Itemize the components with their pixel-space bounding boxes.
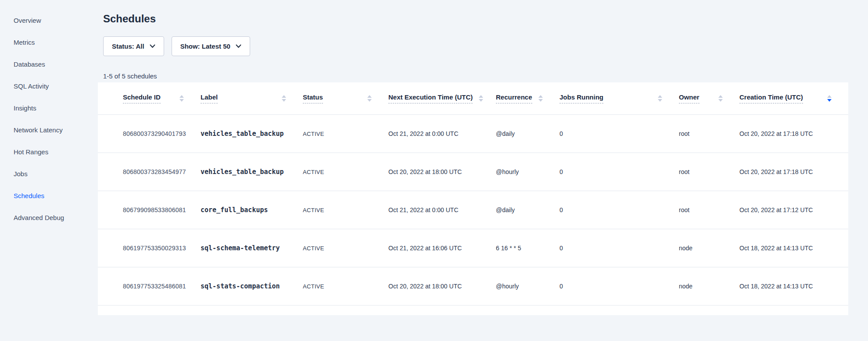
table-row[interactable]: 806799098533806081 core_full_backups ACT… [98, 191, 848, 229]
schedule-status-cell: ACTIVE [303, 131, 388, 137]
status-filter-dropdown[interactable]: Status: All [103, 36, 164, 56]
column-header-label: Owner [679, 93, 699, 103]
jobs-running-cell: 0 [560, 168, 679, 175]
column-header-label: Next Execution Time (UTC) [388, 93, 473, 103]
owner-cell: node [679, 245, 739, 252]
column-header-label: Label [201, 93, 218, 103]
schedule-label-cell: vehicles_table_backup [201, 168, 303, 176]
schedule-status-cell: ACTIVE [303, 169, 388, 175]
sidebar-item[interactable]: Network Latency [0, 119, 98, 141]
schedule-id-cell: 806197753325486081 [98, 283, 201, 290]
sort-icon[interactable] [538, 95, 543, 102]
owner-cell: root [679, 168, 739, 175]
results-count: 1-5 of 5 schedules [98, 72, 848, 81]
next-execution-time-cell: Oct 21, 2022 at 0:00 UTC [388, 130, 496, 137]
schedule-status-cell: ACTIVE [303, 245, 388, 252]
column-header-label: Creation Time (UTC) [739, 93, 803, 103]
schedules-page: Schedules Status: All Show: Latest 50 1-… [98, 0, 848, 315]
next-execution-time-cell: Oct 20, 2022 at 18:00 UTC [388, 283, 496, 290]
schedule-label-cell: sql-stats-compaction [201, 282, 303, 290]
creation-time-cell: Oct 18, 2022 at 14:13 UTC [739, 245, 848, 252]
sidebar-item[interactable]: Databases [0, 53, 98, 75]
schedule-label-cell: core_full_backups [201, 206, 303, 214]
schedule-id-cell: 806197753350029313 [98, 245, 201, 252]
column-header[interactable]: Creation Time (UTC) [739, 93, 848, 103]
recurrence-cell: @daily [496, 130, 560, 137]
status-filter-label: Status: All [112, 43, 144, 50]
table-row[interactable]: 806800373290401793 vehicles_table_backup… [98, 114, 848, 153]
recurrence-cell: @hourly [496, 168, 560, 175]
column-header-label: Status [303, 93, 323, 103]
column-header[interactable]: Next Execution Time (UTC) [388, 93, 496, 103]
schedule-label-cell: sql-schema-telemetry [201, 244, 303, 252]
next-execution-time-cell: Oct 20, 2022 at 18:00 UTC [388, 168, 496, 175]
owner-cell: node [679, 283, 739, 290]
sidebar-item[interactable]: Jobs [0, 163, 98, 185]
sidebar-item[interactable]: SQL Activity [0, 75, 98, 97]
schedule-status-cell: ACTIVE [303, 283, 388, 290]
owner-cell: root [679, 206, 739, 213]
next-execution-time-cell: Oct 21, 2022 at 0:00 UTC [388, 206, 496, 213]
column-header[interactable]: Label [201, 93, 303, 103]
sidebar: Overview Metrics Databases SQL Activity … [0, 0, 98, 341]
schedule-id-cell: 806800373283454977 [98, 168, 201, 175]
column-header-label: Recurrence [496, 93, 532, 103]
next-execution-time-cell: Oct 21, 2022 at 16:06 UTC [388, 245, 496, 252]
sidebar-item[interactable]: Hot Ranges [0, 141, 98, 163]
page-title: Schedules [98, 12, 848, 26]
sort-icon[interactable] [282, 95, 286, 102]
table-row[interactable]: 806197753325486081 sql-stats-compaction … [98, 267, 848, 305]
owner-cell: root [679, 130, 739, 137]
table-header-row: Schedule ID Label Status [98, 82, 848, 114]
sidebar-item[interactable]: Schedules [0, 185, 98, 207]
sidebar-item[interactable]: Advanced Debug [0, 207, 98, 229]
chevron-down-icon [150, 44, 155, 48]
sort-icon[interactable] [479, 95, 483, 102]
table-row[interactable]: 806800373283454977 vehicles_table_backup… [98, 153, 848, 191]
sidebar-item[interactable]: Metrics [0, 32, 98, 53]
column-header[interactable]: Schedule ID [98, 93, 201, 103]
schedule-status-cell: ACTIVE [303, 207, 388, 213]
sort-icon[interactable] [179, 95, 184, 102]
sort-icon[interactable] [827, 95, 832, 102]
recurrence-cell: 6 16 * * 5 [496, 245, 560, 252]
sort-icon[interactable] [367, 95, 372, 102]
sort-icon[interactable] [718, 95, 723, 102]
chevron-down-icon [236, 44, 241, 48]
schedule-id-cell: 806799098533806081 [98, 206, 201, 213]
column-header-label: Schedule ID [123, 93, 161, 103]
jobs-running-cell: 0 [560, 130, 679, 137]
creation-time-cell: Oct 20, 2022 at 17:18 UTC [739, 130, 848, 137]
column-header[interactable]: Owner [679, 93, 739, 103]
schedules-table: Schedule ID Label Status [98, 82, 848, 315]
show-filter-label: Show: Latest 50 [180, 43, 230, 50]
jobs-running-cell: 0 [560, 206, 679, 213]
schedule-label-cell: vehicles_table_backup [201, 130, 303, 138]
recurrence-cell: @daily [496, 206, 560, 213]
creation-time-cell: Oct 20, 2022 at 17:12 UTC [739, 206, 848, 213]
filter-bar: Status: All Show: Latest 50 [98, 36, 848, 56]
column-header-label: Jobs Running [560, 93, 603, 103]
jobs-running-cell: 0 [560, 245, 679, 252]
show-filter-dropdown[interactable]: Show: Latest 50 [172, 36, 250, 56]
table-body: 806800373290401793 vehicles_table_backup… [98, 114, 848, 305]
recurrence-cell: @hourly [496, 283, 560, 290]
sidebar-item[interactable]: Overview [0, 10, 98, 32]
creation-time-cell: Oct 20, 2022 at 17:18 UTC [739, 168, 848, 175]
column-header[interactable]: Status [303, 93, 388, 103]
creation-time-cell: Oct 18, 2022 at 14:13 UTC [739, 283, 848, 290]
schedule-id-cell: 806800373290401793 [98, 130, 201, 137]
sidebar-item[interactable]: Insights [0, 97, 98, 119]
column-header[interactable]: Recurrence [496, 93, 560, 103]
table-row[interactable]: 806197753350029313 sql-schema-telemetry … [98, 229, 848, 267]
sort-icon[interactable] [658, 95, 662, 102]
column-header[interactable]: Jobs Running [560, 93, 679, 103]
jobs-running-cell: 0 [560, 283, 679, 290]
